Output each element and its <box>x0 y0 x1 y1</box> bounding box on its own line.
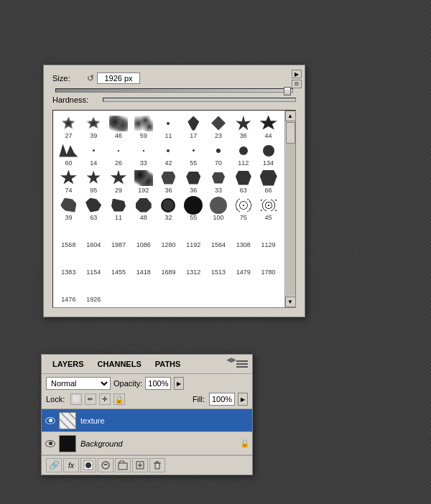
lock-fill-row: Lock: ⬜ ✏ ✛ 🔒 Fill: 100% ▶ <box>46 393 248 406</box>
brush-cell[interactable]: 63 <box>231 168 256 195</box>
brush-cell[interactable]: 36 <box>231 113 256 141</box>
brush-cell[interactable]: 17 <box>181 113 206 141</box>
scroll-down-button[interactable]: ▼ <box>285 297 296 307</box>
brush-cell[interactable]: 33 <box>131 141 156 168</box>
brush-cell[interactable]: 14 <box>81 141 106 168</box>
brush-cell[interactable]: 44 <box>256 113 281 141</box>
brush-cell[interactable]: 1689 <box>156 250 181 277</box>
link-layers-button[interactable]: 🔗 <box>46 458 62 472</box>
brush-cell[interactable]: 1154 <box>81 250 106 277</box>
brush-cell[interactable]: 45 <box>256 195 281 223</box>
brush-grid-container: 27 39 46 59 11 17 23 36 44 60 14 26 33 4… <box>52 110 296 308</box>
size-slider-track[interactable] <box>55 88 293 93</box>
brush-cell[interactable]: 32 <box>156 195 181 223</box>
layer-row-background[interactable]: Background 🔒 <box>42 432 252 455</box>
brush-cell[interactable]: 1312 <box>181 250 206 277</box>
opacity-value[interactable]: 100% <box>145 377 171 390</box>
brush-cell[interactable]: 1780 <box>256 250 281 277</box>
brush-cell[interactable]: 100 <box>206 195 231 223</box>
layer-row-texture[interactable]: texture <box>42 409 252 432</box>
new-group-button[interactable] <box>115 458 131 472</box>
dock-panel-button[interactable]: ⊟ <box>292 80 302 88</box>
brush-cell[interactable]: 60 <box>56 141 81 168</box>
hardness-label: Hardness: <box>52 95 103 104</box>
tab-layers[interactable]: LAYERS <box>46 357 91 371</box>
brush-cell[interactable]: 1129 <box>256 223 281 250</box>
delete-layer-button[interactable] <box>149 458 165 472</box>
brush-cell[interactable]: 1455 <box>106 250 131 277</box>
svg-rect-7 <box>155 463 159 469</box>
brush-cell[interactable]: 11 <box>106 195 131 223</box>
brush-cell[interactable]: 11 <box>156 113 181 141</box>
brush-cell[interactable]: 55 <box>181 195 206 223</box>
lock-transparent-button[interactable]: ⬜ <box>70 393 82 405</box>
brush-cell[interactable]: 29 <box>106 168 131 195</box>
adjustments-button[interactable] <box>98 458 113 472</box>
brush-cell[interactable]: 1086 <box>131 223 156 250</box>
brush-cell[interactable]: 1926 <box>81 277 106 304</box>
brush-cell[interactable]: 1513 <box>206 250 231 277</box>
hardness-row: Hardness: <box>52 95 296 104</box>
lock-paint-button[interactable]: ✏ <box>85 393 96 405</box>
fill-value[interactable]: 100% <box>209 393 235 406</box>
brush-cell[interactable]: 1564 <box>206 223 231 250</box>
brush-cell[interactable]: 95 <box>81 168 106 195</box>
blend-mode-select[interactable]: Normal <box>46 377 111 390</box>
opacity-arrow[interactable]: ▶ <box>174 377 184 390</box>
brush-cell[interactable]: 1383 <box>56 250 81 277</box>
brush-cell[interactable]: 192 <box>131 168 156 195</box>
layer-effects-button[interactable]: fx <box>63 458 79 472</box>
scroll-thumb[interactable] <box>286 122 295 144</box>
size-slider-thumb[interactable] <box>284 87 291 95</box>
brush-cell[interactable]: 63 <box>81 195 106 223</box>
brush-cell[interactable]: 33 <box>206 168 231 195</box>
brush-cell[interactable]: 70 <box>206 141 231 168</box>
scroll-up-button[interactable]: ▲ <box>285 111 296 121</box>
eye-icon-background[interactable] <box>45 438 56 449</box>
scroll-track <box>286 122 295 296</box>
refresh-icon[interactable]: ↺ <box>87 73 94 83</box>
brush-cell[interactable]: 1192 <box>181 223 206 250</box>
brush-cell[interactable]: 66 <box>256 168 281 195</box>
brush-cell[interactable]: 26 <box>106 141 131 168</box>
brush-cell[interactable]: 1987 <box>106 223 131 250</box>
brush-cell[interactable]: 48 <box>131 195 156 223</box>
brush-cell[interactable]: 27 <box>56 113 81 141</box>
brush-cell[interactable]: 36 <box>156 168 181 195</box>
brush-cell[interactable]: 59 <box>131 113 156 141</box>
tab-channels[interactable]: CHANNELS <box>91 357 148 371</box>
brush-cell[interactable]: 39 <box>81 113 106 141</box>
brush-cell[interactable]: 42 <box>156 141 181 168</box>
panel-menu-button[interactable] <box>236 359 248 369</box>
brush-cell[interactable]: 134 <box>256 141 281 168</box>
brush-cell[interactable]: 1568 <box>56 223 81 250</box>
brush-cell[interactable]: 1308 <box>231 223 256 250</box>
lock-all-button[interactable]: 🔒 <box>113 393 125 405</box>
brush-cell[interactable]: 39 <box>56 195 81 223</box>
tab-paths[interactable]: PATHS <box>149 357 187 371</box>
brush-cell[interactable]: 74 <box>56 168 81 195</box>
brush-cell[interactable]: 75 <box>231 195 256 223</box>
new-layer-button[interactable] <box>132 458 148 472</box>
brush-cell[interactable]: 1604 <box>81 223 106 250</box>
hardness-slider[interactable] <box>103 98 296 102</box>
lock-position-button[interactable]: ✛ <box>99 393 111 405</box>
brush-cell[interactable]: 23 <box>206 113 231 141</box>
add-mask-button[interactable] <box>80 458 96 472</box>
brush-cell[interactable]: 1280 <box>156 223 181 250</box>
size-control-row: Size: ↺ 1926 px <box>52 73 296 84</box>
brush-cell[interactable]: 46 <box>106 113 131 141</box>
brush-scrollbar[interactable]: ▲ ▼ <box>284 111 295 307</box>
size-label: Size: <box>52 74 81 83</box>
eye-icon-texture[interactable] <box>45 415 56 426</box>
size-value[interactable]: 1926 px <box>97 73 140 84</box>
brush-cell[interactable]: 55 <box>181 141 206 168</box>
brush-grid: 27 39 46 59 11 17 23 36 44 60 14 26 33 4… <box>53 111 295 307</box>
brush-cell[interactable]: 36 <box>181 168 206 195</box>
brush-cell[interactable]: 1418 <box>131 250 156 277</box>
brush-cell[interactable]: 112 <box>231 141 256 168</box>
brush-cell[interactable]: 1479 <box>231 250 256 277</box>
expand-panel-button[interactable]: ▶ <box>292 70 302 78</box>
fill-arrow[interactable]: ▶ <box>238 393 248 406</box>
brush-cell[interactable]: 1476 <box>56 277 81 304</box>
